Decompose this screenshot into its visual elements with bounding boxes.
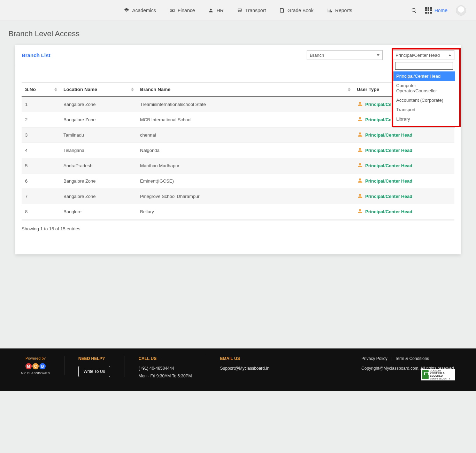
cell-usertype[interactable]: Principal/Center Head	[353, 143, 454, 158]
user-icon	[357, 101, 363, 108]
nav-label: Transport	[245, 8, 266, 13]
cell-sno: 9	[22, 220, 60, 222]
user-icon	[357, 208, 363, 215]
write-to-us-button[interactable]: Write To Us	[78, 366, 110, 377]
phone-number: (+91) 40-48584444	[138, 366, 192, 371]
money-icon	[169, 8, 175, 13]
dropdown-option[interactable]: Library	[393, 114, 455, 124]
cell-branch: Manthan Madhapur	[137, 158, 353, 174]
cell-branch: MCB International School	[137, 112, 353, 128]
usertype-label: Principal/Center Head	[365, 163, 412, 168]
search-icon[interactable]	[411, 8, 417, 13]
usertype-label: Principal/Center Head	[365, 132, 412, 138]
privacy-link[interactable]: Privacy Policy	[361, 356, 387, 361]
branch-select-value: Branch	[310, 53, 324, 58]
card-title: Branch List	[22, 52, 51, 58]
branch-select[interactable]: Branch	[307, 50, 383, 60]
page-title: Branch Level Access	[0, 21, 476, 45]
cell-location: Bangalore Zone	[60, 174, 137, 189]
user-icon	[357, 162, 363, 169]
apps-grid-icon[interactable]	[425, 7, 432, 14]
support-email: Support@Myclassboard.In	[220, 366, 270, 371]
cell-usertype[interactable]: Principal/Center Head	[353, 128, 454, 143]
dropdown-option[interactable]: Principal/Center Head	[393, 71, 455, 81]
mcb-logo-icon: MCB	[21, 363, 50, 369]
usertype-select[interactable]: Principal/Center Head	[392, 50, 454, 60]
dropdown-option[interactable]: Transport	[393, 105, 455, 114]
nav-gradebook[interactable]: Grade Book	[279, 8, 314, 13]
cell-location: AndraPradesh	[60, 158, 137, 174]
chevron-down-icon	[377, 54, 379, 56]
main-nav: Academics Finance HR Transport Grade Boo…	[124, 8, 352, 13]
avatar[interactable]	[456, 5, 466, 16]
cell-location: Bangalore Zone	[60, 189, 137, 204]
table-row: 4TelanganaNalgondaPrincipal/Center Head	[22, 143, 454, 158]
usertype-select-value: Principal/Center Head	[396, 53, 440, 58]
nav-academics[interactable]: Academics	[124, 8, 156, 13]
footer-call: CALL US (+91) 40-48584444 Mon - Fri 9:30…	[138, 356, 206, 381]
user-icon	[357, 116, 363, 123]
table-row: 3TamilnaduchennaiPrincipal/Center Head	[22, 128, 454, 143]
cell-usertype[interactable]: Principal/Center Head	[353, 220, 454, 222]
cell-location: Telangana	[60, 143, 137, 158]
cell-sno: 7	[22, 189, 60, 204]
book-icon	[279, 8, 285, 13]
cell-usertype[interactable]: Principal/Center Head	[353, 158, 454, 174]
cell-branch: Bellary	[137, 204, 353, 220]
th-branch[interactable]: Branch Name	[137, 83, 353, 97]
cell-location: Banglore	[60, 204, 137, 220]
cell-usertype[interactable]: Principal/Center Head	[353, 204, 454, 220]
separator: |	[391, 356, 392, 361]
user-icon	[357, 131, 363, 139]
cell-branch: Eminent(IGCSE)	[137, 174, 353, 189]
sort-icon	[131, 87, 134, 91]
chevron-up-icon	[448, 54, 451, 56]
call-us-heading: CALL US	[138, 356, 192, 361]
dropdown-option[interactable]: Computer Operator/Counsellor	[393, 81, 455, 95]
nav-transport[interactable]: Transport	[237, 8, 266, 13]
sort-icon	[348, 87, 351, 91]
th-sno[interactable]: S.No	[22, 83, 60, 97]
hours: Mon - Fri 9:30AM To 5:30PM	[138, 374, 192, 378]
cell-branch: Treamisinternationalschool State	[137, 97, 353, 112]
nav-reports[interactable]: Reports	[327, 8, 352, 13]
dropdown-option[interactable]: Health Manager	[393, 124, 455, 127]
user-icon	[357, 193, 363, 200]
dropdown-search-input[interactable]	[395, 62, 453, 70]
cell-location: Rajasthan	[60, 220, 137, 222]
dropdown-option[interactable]: Accountant (Corporate)	[393, 95, 455, 105]
cell-usertype[interactable]: Principal/Center Head	[353, 174, 454, 189]
nav-finance[interactable]: Finance	[169, 8, 195, 13]
usertype-dropdown: Principal/Center Head Computer Operator/…	[393, 60, 455, 128]
showing-entries: Showing 1 to 15 of 15 entries	[15, 221, 461, 231]
topbar-right: Home	[411, 5, 466, 16]
cell-sno: 6	[22, 174, 60, 189]
cell-branch: chennai	[137, 128, 353, 143]
table-row: 8BangloreBellaryPrincipal/Center Head	[22, 204, 454, 220]
bus-icon	[237, 8, 243, 13]
cell-branch: Nalgonda	[137, 143, 353, 158]
nav-hr[interactable]: HR	[208, 8, 223, 13]
th-location[interactable]: Location Name	[60, 83, 137, 97]
security-badge[interactable]: GODADDY VERIFIED & SECURED VERIFY SECURI…	[421, 369, 455, 381]
nav-label: Finance	[178, 8, 195, 13]
table-row: 6Bangalore ZoneEminent(IGCSE)Principal/C…	[22, 174, 454, 189]
footer-help: NEED HELP? Write To Us	[78, 356, 125, 377]
cell-branch: Pinegrove School Dharampur	[137, 189, 353, 204]
cell-location: Tamilnadu	[60, 128, 137, 143]
table-scroll[interactable]: S.No Location Name Branch Name User Type…	[22, 82, 454, 221]
cell-usertype[interactable]: Principal/Center Head	[353, 189, 454, 204]
cell-sno: 5	[22, 158, 60, 174]
cell-sno: 1	[22, 97, 60, 112]
usertype-label: Principal/Center Head	[365, 194, 412, 199]
dropdown-list[interactable]: Principal/Center Head Computer Operator/…	[393, 71, 455, 127]
terms-link[interactable]: Term & Conditions	[395, 356, 429, 361]
powered-by-label: Powered by	[21, 356, 50, 360]
home-link[interactable]: Home	[435, 8, 447, 13]
top-navbar: Academics Finance HR Transport Grade Boo…	[0, 0, 476, 21]
cell-sno: 4	[22, 143, 60, 158]
usertype-label: Principal/Center Head	[365, 209, 412, 214]
email-us-heading: EMAIL US	[220, 356, 270, 361]
table-row: 1Bangalore ZoneTreamisinternationalschoo…	[22, 97, 454, 112]
cell-location: Bangalore Zone	[60, 112, 137, 128]
